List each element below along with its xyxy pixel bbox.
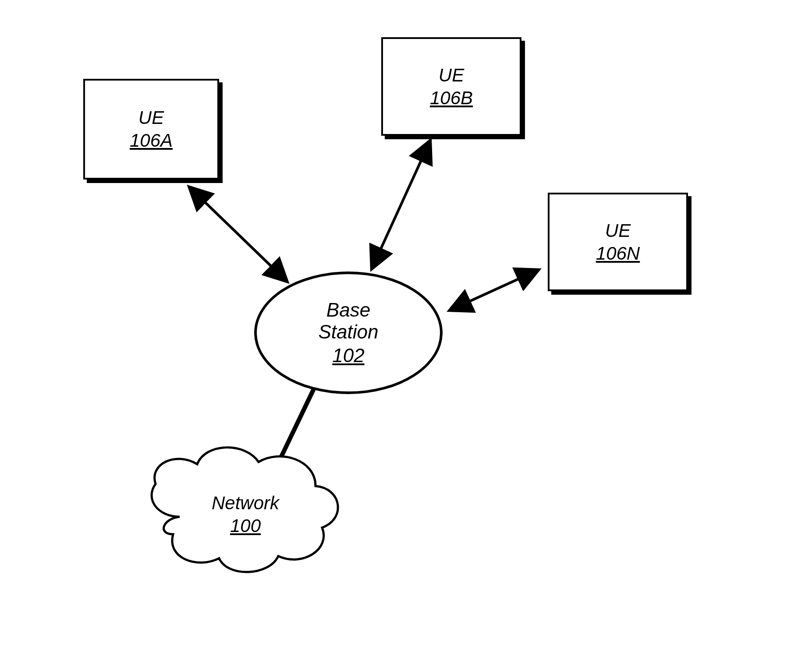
network-ref: 100 [145,515,346,536]
ue-b-label: UE [439,65,464,86]
network-node: Network 100 [145,449,346,580]
ue-node-a: UE 106A [83,79,219,180]
base-station-line1: Base [326,299,370,321]
arrow-ue-n-to-bs [451,271,537,310]
base-station-node: Base Station 102 [254,271,443,394]
diagram-canvas: UE 106A UE 106B UE 106N Base Station 102… [0,0,812,645]
ue-n-label: UE [605,220,631,241]
network-label: Network [212,493,279,513]
arrow-ue-a-to-bs [191,188,286,280]
base-station-ref: 102 [332,345,364,367]
ue-n-ref: 106N [596,243,640,264]
ue-node-n: UE 106N [548,193,688,291]
ue-a-label: UE [138,107,164,128]
ue-b-ref: 106B [430,88,473,109]
base-station-line2: Station [319,321,379,343]
ue-a-ref: 106A [130,130,173,151]
ue-node-b: UE 106B [381,37,521,136]
arrow-ue-b-to-bs [372,142,429,267]
